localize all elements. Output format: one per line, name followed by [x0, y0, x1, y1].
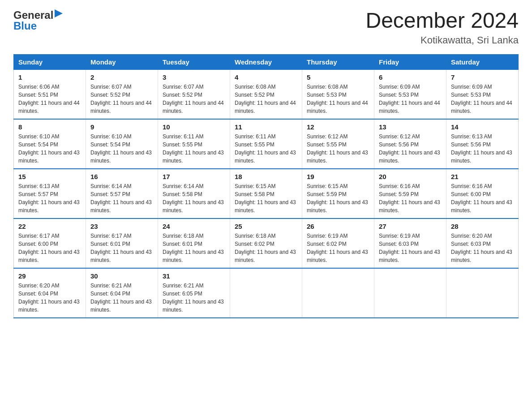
calendar-cell: 29 Sunrise: 6:20 AMSunset: 6:04 PMDaylig… — [14, 268, 86, 318]
day-number: 23 — [90, 223, 153, 230]
calendar-cell: 23 Sunrise: 6:17 AMSunset: 6:01 PMDaylig… — [86, 218, 158, 268]
calendar-header-row: SundayMondayTuesdayWednesdayThursdayFrid… — [14, 54, 519, 69]
header-wednesday: Wednesday — [230, 54, 302, 69]
day-info: Sunrise: 6:17 AMSunset: 6:00 PMDaylight:… — [18, 232, 81, 264]
day-number: 5 — [307, 73, 369, 81]
day-number: 31 — [163, 272, 225, 280]
day-info: Sunrise: 6:17 AMSunset: 6:01 PMDaylight:… — [90, 232, 153, 264]
day-info: Sunrise: 6:20 AMSunset: 6:03 PMDaylight:… — [451, 232, 514, 264]
header-monday: Monday — [86, 54, 158, 69]
calendar-cell: 14 Sunrise: 6:13 AMSunset: 5:56 PMDaylig… — [446, 119, 519, 169]
week-row-1: 1 Sunrise: 6:06 AMSunset: 5:51 PMDayligh… — [14, 69, 519, 119]
svg-marker-0 — [55, 9, 63, 17]
day-info: Sunrise: 6:16 AMSunset: 6:00 PMDaylight:… — [451, 182, 514, 214]
calendar-cell: 4 Sunrise: 6:08 AMSunset: 5:52 PMDayligh… — [230, 69, 302, 119]
day-info: Sunrise: 6:10 AMSunset: 5:54 PMDaylight:… — [18, 133, 81, 165]
day-number: 11 — [235, 123, 297, 131]
calendar-cell — [230, 268, 302, 318]
day-number: 2 — [90, 73, 153, 81]
day-info: Sunrise: 6:20 AMSunset: 6:04 PMDaylight:… — [18, 282, 81, 314]
calendar-table: SundayMondayTuesdayWednesdayThursdayFrid… — [13, 54, 519, 318]
calendar-cell: 10 Sunrise: 6:11 AMSunset: 5:55 PMDaylig… — [158, 119, 230, 169]
calendar-cell: 17 Sunrise: 6:14 AMSunset: 5:58 PMDaylig… — [158, 169, 230, 218]
week-row-4: 22 Sunrise: 6:17 AMSunset: 6:00 PMDaylig… — [14, 218, 519, 268]
day-info: Sunrise: 6:10 AMSunset: 5:54 PMDaylight:… — [90, 133, 153, 165]
day-info: Sunrise: 6:19 AMSunset: 6:02 PMDaylight:… — [307, 232, 369, 264]
day-info: Sunrise: 6:12 AMSunset: 5:56 PMDaylight:… — [379, 133, 442, 165]
day-number: 30 — [90, 272, 153, 280]
day-info: Sunrise: 6:18 AMSunset: 6:02 PMDaylight:… — [235, 232, 297, 264]
logo-blue-label: Blue — [13, 21, 37, 31]
logo-arrow-icon — [55, 8, 63, 20]
calendar-cell: 8 Sunrise: 6:10 AMSunset: 5:54 PMDayligh… — [14, 119, 86, 169]
day-number: 20 — [379, 173, 442, 180]
calendar-cell: 3 Sunrise: 6:07 AMSunset: 5:52 PMDayligh… — [158, 69, 230, 119]
week-row-3: 15 Sunrise: 6:13 AMSunset: 5:57 PMDaylig… — [14, 169, 519, 218]
day-number: 17 — [163, 173, 225, 180]
page-header: General Blue December 2024 Kotikawatta, … — [13, 9, 519, 46]
day-number: 12 — [307, 123, 369, 131]
day-info: Sunrise: 6:21 AMSunset: 6:05 PMDaylight:… — [163, 282, 225, 314]
location-label: Kotikawatta, Sri Lanka — [365, 34, 519, 46]
day-number: 9 — [90, 123, 153, 131]
calendar-cell: 16 Sunrise: 6:14 AMSunset: 5:57 PMDaylig… — [86, 169, 158, 218]
calendar-cell: 21 Sunrise: 6:16 AMSunset: 6:00 PMDaylig… — [446, 169, 519, 218]
day-number: 19 — [307, 173, 369, 180]
month-title: December 2024 — [365, 9, 519, 33]
calendar-cell: 19 Sunrise: 6:15 AMSunset: 5:59 PMDaylig… — [302, 169, 374, 218]
day-number: 4 — [235, 73, 297, 81]
calendar-cell: 15 Sunrise: 6:13 AMSunset: 5:57 PMDaylig… — [14, 169, 86, 218]
calendar-cell: 2 Sunrise: 6:07 AMSunset: 5:52 PMDayligh… — [86, 69, 158, 119]
calendar-cell — [446, 268, 519, 318]
day-number: 7 — [451, 73, 514, 81]
calendar-cell — [302, 268, 374, 318]
day-info: Sunrise: 6:09 AMSunset: 5:53 PMDaylight:… — [379, 83, 442, 115]
day-number: 16 — [90, 173, 153, 180]
day-number: 28 — [451, 223, 514, 230]
day-number: 14 — [451, 123, 514, 131]
day-info: Sunrise: 6:15 AMSunset: 5:58 PMDaylight:… — [235, 182, 297, 214]
calendar-cell: 31 Sunrise: 6:21 AMSunset: 6:05 PMDaylig… — [158, 268, 230, 318]
day-number: 24 — [163, 223, 225, 230]
header-saturday: Saturday — [446, 54, 519, 69]
calendar-cell: 5 Sunrise: 6:08 AMSunset: 5:53 PMDayligh… — [302, 69, 374, 119]
day-info: Sunrise: 6:14 AMSunset: 5:57 PMDaylight:… — [90, 182, 153, 214]
day-info: Sunrise: 6:18 AMSunset: 6:01 PMDaylight:… — [163, 232, 225, 264]
title-block: December 2024 Kotikawatta, Sri Lanka — [365, 9, 519, 46]
day-number: 22 — [18, 223, 81, 230]
day-number: 29 — [18, 272, 81, 280]
calendar-cell: 20 Sunrise: 6:16 AMSunset: 5:59 PMDaylig… — [374, 169, 446, 218]
logo: General Blue — [13, 9, 63, 31]
day-info: Sunrise: 6:16 AMSunset: 5:59 PMDaylight:… — [379, 182, 442, 214]
day-number: 6 — [379, 73, 442, 81]
day-info: Sunrise: 6:11 AMSunset: 5:55 PMDaylight:… — [235, 133, 297, 165]
day-number: 8 — [18, 123, 81, 131]
calendar-cell: 27 Sunrise: 6:19 AMSunset: 6:03 PMDaylig… — [374, 218, 446, 268]
calendar-cell: 25 Sunrise: 6:18 AMSunset: 6:02 PMDaylig… — [230, 218, 302, 268]
header-friday: Friday — [374, 54, 446, 69]
calendar-cell: 1 Sunrise: 6:06 AMSunset: 5:51 PMDayligh… — [14, 69, 86, 119]
day-info: Sunrise: 6:15 AMSunset: 5:59 PMDaylight:… — [307, 182, 369, 214]
day-info: Sunrise: 6:06 AMSunset: 5:51 PMDaylight:… — [18, 83, 81, 115]
calendar-cell: 7 Sunrise: 6:09 AMSunset: 5:53 PMDayligh… — [446, 69, 519, 119]
day-number: 1 — [18, 73, 81, 81]
day-info: Sunrise: 6:13 AMSunset: 5:57 PMDaylight:… — [18, 182, 81, 214]
calendar-cell: 12 Sunrise: 6:12 AMSunset: 5:55 PMDaylig… — [302, 119, 374, 169]
calendar-cell: 26 Sunrise: 6:19 AMSunset: 6:02 PMDaylig… — [302, 218, 374, 268]
day-info: Sunrise: 6:12 AMSunset: 5:55 PMDaylight:… — [307, 133, 369, 165]
day-number: 27 — [379, 223, 442, 230]
day-info: Sunrise: 6:13 AMSunset: 5:56 PMDaylight:… — [451, 133, 514, 165]
calendar-cell: 30 Sunrise: 6:21 AMSunset: 6:04 PMDaylig… — [86, 268, 158, 318]
day-info: Sunrise: 6:08 AMSunset: 5:52 PMDaylight:… — [235, 83, 297, 115]
day-info: Sunrise: 6:08 AMSunset: 5:53 PMDaylight:… — [307, 83, 369, 115]
day-info: Sunrise: 6:11 AMSunset: 5:55 PMDaylight:… — [163, 133, 225, 165]
calendar-cell: 22 Sunrise: 6:17 AMSunset: 6:00 PMDaylig… — [14, 218, 86, 268]
day-number: 25 — [235, 223, 297, 230]
day-info: Sunrise: 6:07 AMSunset: 5:52 PMDaylight:… — [163, 83, 225, 115]
day-info: Sunrise: 6:07 AMSunset: 5:52 PMDaylight:… — [90, 83, 153, 115]
calendar-cell: 9 Sunrise: 6:10 AMSunset: 5:54 PMDayligh… — [86, 119, 158, 169]
calendar-cell: 28 Sunrise: 6:20 AMSunset: 6:03 PMDaylig… — [446, 218, 519, 268]
calendar-cell: 24 Sunrise: 6:18 AMSunset: 6:01 PMDaylig… — [158, 218, 230, 268]
header-tuesday: Tuesday — [158, 54, 230, 69]
day-number: 13 — [379, 123, 442, 131]
